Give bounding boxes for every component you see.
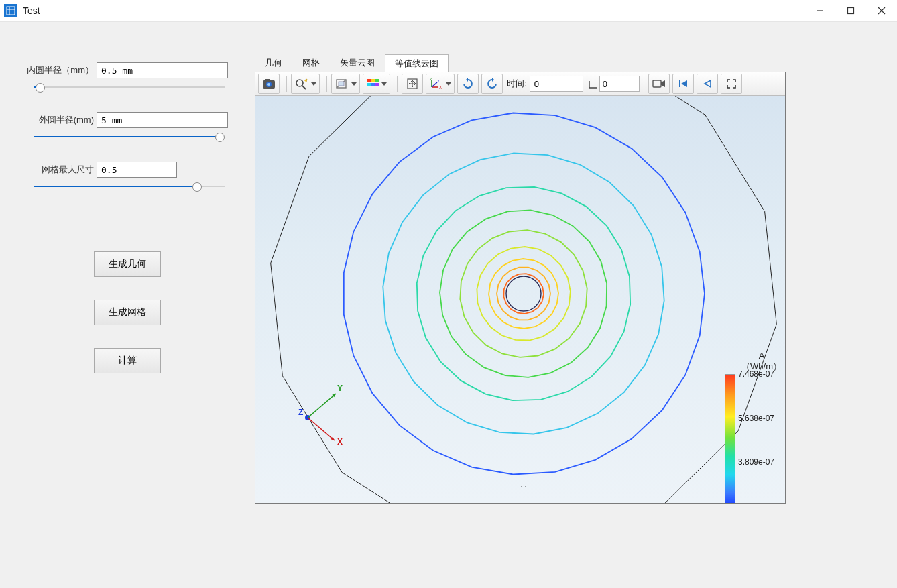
mesh-size-input[interactable] xyxy=(97,162,177,178)
time-input[interactable]: 0 xyxy=(599,76,640,92)
svg-marker-33 xyxy=(497,268,550,320)
time-label: 时间: xyxy=(507,78,527,90)
svg-rect-14 xyxy=(371,79,375,82)
svg-rect-18 xyxy=(375,83,379,86)
minimize-button[interactable] xyxy=(804,0,835,21)
svg-marker-29 xyxy=(440,210,607,377)
outer-radius-input[interactable] xyxy=(97,112,228,128)
screenshot-button[interactable] xyxy=(258,74,280,94)
angle-icon xyxy=(587,78,599,90)
svg-point-9 xyxy=(296,80,303,86)
colormap-button[interactable] xyxy=(363,74,390,94)
dropdown-caret-icon xyxy=(381,82,387,86)
legend-color-bar xyxy=(725,374,735,504)
svg-text:X: X xyxy=(439,85,442,89)
svg-point-35 xyxy=(506,276,541,311)
svg-text:Z: Z xyxy=(430,78,432,81)
svg-rect-17 xyxy=(371,83,375,86)
zoom-button[interactable] xyxy=(291,74,320,94)
mesh-size-label: 网格最大尺寸 xyxy=(27,164,94,176)
contour-plot[interactable]: ZYX xyxy=(255,96,785,503)
generate-geometry-button[interactable]: 生成几何 xyxy=(94,251,161,277)
color-legend: A （Wb/m） 7.468e-07 5.638e-07 3.809e-07 1… xyxy=(725,351,786,504)
svg-rect-23 xyxy=(653,80,661,87)
inner-radius-slider[interactable] xyxy=(34,82,225,92)
transparency-button[interactable] xyxy=(331,74,360,94)
record-button[interactable] xyxy=(648,74,670,94)
mesh-size-slider[interactable] xyxy=(34,182,225,191)
svg-rect-0 xyxy=(7,7,15,15)
legend-quantity: A xyxy=(759,351,765,361)
svg-text:Z: Z xyxy=(298,408,303,417)
svg-text:X: X xyxy=(337,437,343,447)
compute-button[interactable]: 计算 xyxy=(94,348,161,373)
tab-2[interactable]: 矢量云图 xyxy=(330,54,385,72)
svg-line-43 xyxy=(308,418,335,440)
inner-radius-label: 内圆半径（mm） xyxy=(27,64,94,76)
outer-radius-label: 外圆半径(mm) xyxy=(27,114,94,126)
svg-line-40 xyxy=(308,394,336,418)
tab-0[interactable]: 几何 xyxy=(255,54,292,72)
svg-text:Y: Y xyxy=(337,384,343,393)
svg-marker-32 xyxy=(489,259,558,329)
close-button[interactable] xyxy=(866,0,897,21)
svg-marker-31 xyxy=(477,247,571,341)
legend-tick-mid2: 3.809e-07 xyxy=(738,457,774,467)
rotate-ccw-button[interactable] xyxy=(481,74,503,94)
step-back-button[interactable] xyxy=(697,74,718,94)
svg-marker-28 xyxy=(417,187,630,400)
legend-tick-min: 1.980e-07 xyxy=(738,502,774,504)
svg-line-10 xyxy=(302,86,306,89)
parameters-panel: 内圆半径（mm） 外圆半径(mm) 网格最大尺寸 xyxy=(0,22,255,588)
fit-view-button[interactable] xyxy=(402,74,423,94)
rotate-cw-button[interactable] xyxy=(457,74,479,94)
view-tabs: 几何网格矢量云图等值线云图 xyxy=(255,54,449,72)
svg-marker-30 xyxy=(460,230,587,357)
svg-rect-12 xyxy=(339,82,344,86)
svg-rect-15 xyxy=(375,79,379,82)
svg-marker-26 xyxy=(344,113,705,475)
titlebar: Test xyxy=(0,0,897,22)
axis-orientation-button[interactable]: ZXY xyxy=(426,74,455,94)
svg-marker-27 xyxy=(383,154,664,434)
dropdown-caret-icon xyxy=(351,82,357,86)
svg-point-7 xyxy=(267,83,270,86)
dropdown-caret-icon xyxy=(446,82,451,86)
svg-marker-34 xyxy=(503,274,544,314)
svg-rect-16 xyxy=(367,83,371,86)
svg-point-36 xyxy=(521,486,522,487)
svg-marker-25 xyxy=(271,96,777,503)
svg-rect-24 xyxy=(679,80,680,87)
svg-rect-13 xyxy=(367,79,371,82)
svg-text:Y: Y xyxy=(437,79,440,83)
outer-radius-slider[interactable] xyxy=(34,132,225,141)
tab-3[interactable]: 等值线云图 xyxy=(385,54,449,72)
skip-start-button[interactable] xyxy=(672,74,694,94)
plot-toolbar: ZXY 时间: 0 0 xyxy=(255,72,785,96)
inner-radius-input[interactable] xyxy=(97,62,228,78)
dropdown-caret-icon xyxy=(311,82,316,86)
fullscreen-button[interactable] xyxy=(721,74,742,94)
legend-tick-mid1: 5.638e-07 xyxy=(738,414,774,423)
plot-view: ZXY 时间: 0 0 xyxy=(255,72,786,504)
window-title: Test xyxy=(23,5,40,16)
legend-tick-max: 7.468e-07 xyxy=(738,369,774,379)
svg-rect-8 xyxy=(265,79,270,81)
svg-rect-2 xyxy=(848,8,854,14)
app-icon xyxy=(4,4,17,17)
tab-1[interactable]: 网格 xyxy=(292,54,330,72)
svg-point-37 xyxy=(525,486,526,487)
maximize-button[interactable] xyxy=(835,0,866,21)
generate-mesh-button[interactable]: 生成网格 xyxy=(94,300,161,325)
time-select[interactable]: 0 xyxy=(530,76,583,92)
